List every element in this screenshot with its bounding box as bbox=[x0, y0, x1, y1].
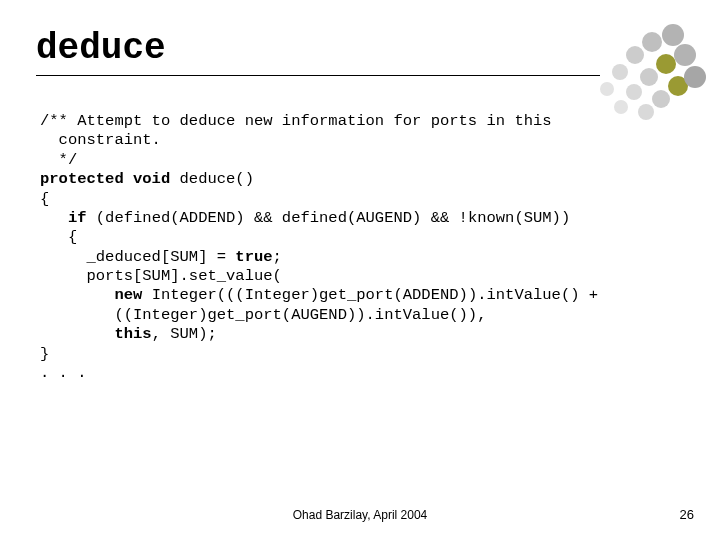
code-line: ports[SUM].set_value( bbox=[40, 267, 282, 285]
bubble-icon bbox=[662, 24, 684, 46]
code-line: } bbox=[40, 345, 49, 363]
code-line: . . . bbox=[40, 364, 87, 382]
code-line: { bbox=[40, 190, 49, 208]
page-number: 26 bbox=[680, 507, 694, 522]
bubble-icon bbox=[626, 84, 642, 100]
code-text bbox=[40, 209, 68, 227]
bubble-icon bbox=[652, 90, 670, 108]
bubble-icon bbox=[656, 54, 676, 74]
bubble-icon bbox=[600, 82, 614, 96]
code-text: ; bbox=[273, 248, 282, 266]
code-keyword: true bbox=[235, 248, 272, 266]
bubble-icon bbox=[642, 32, 662, 52]
bubble-icon bbox=[668, 76, 688, 96]
code-text: , SUM); bbox=[152, 325, 217, 343]
bubble-icon bbox=[684, 66, 706, 88]
code-keyword: new bbox=[114, 286, 142, 304]
decorative-bubbles bbox=[592, 12, 702, 122]
code-line: { bbox=[40, 228, 77, 246]
code-block: /** Attempt to deduce new information fo… bbox=[40, 112, 688, 383]
code-keyword: protected void bbox=[40, 170, 170, 188]
code-text: Integer(((Integer)get_port(ADDEND)).intV… bbox=[142, 286, 598, 304]
code-line: */ bbox=[40, 151, 77, 169]
code-line: /** Attempt to deduce new information fo… bbox=[40, 112, 552, 130]
code-text: _deduced[SUM] = bbox=[40, 248, 235, 266]
slide-title: deduce bbox=[36, 28, 600, 69]
code-keyword: this bbox=[114, 325, 151, 343]
bubble-icon bbox=[674, 44, 696, 66]
code-line: constraint. bbox=[40, 131, 161, 149]
code-keyword: if bbox=[68, 209, 87, 227]
code-line: ((Integer)get_port(AUGEND)).intValue()), bbox=[40, 306, 486, 324]
code-text bbox=[40, 325, 114, 343]
title-container: deduce bbox=[36, 28, 600, 76]
code-text: (defined(ADDEND) && defined(AUGEND) && !… bbox=[87, 209, 571, 227]
code-text bbox=[40, 286, 114, 304]
footer-text: Ohad Barzilay, April 2004 bbox=[0, 508, 720, 522]
bubble-icon bbox=[640, 68, 658, 86]
slide: deduce /** Attempt to deduce new informa… bbox=[0, 0, 720, 540]
code-text: deduce() bbox=[170, 170, 254, 188]
bubble-icon bbox=[612, 64, 628, 80]
bubble-icon bbox=[626, 46, 644, 64]
